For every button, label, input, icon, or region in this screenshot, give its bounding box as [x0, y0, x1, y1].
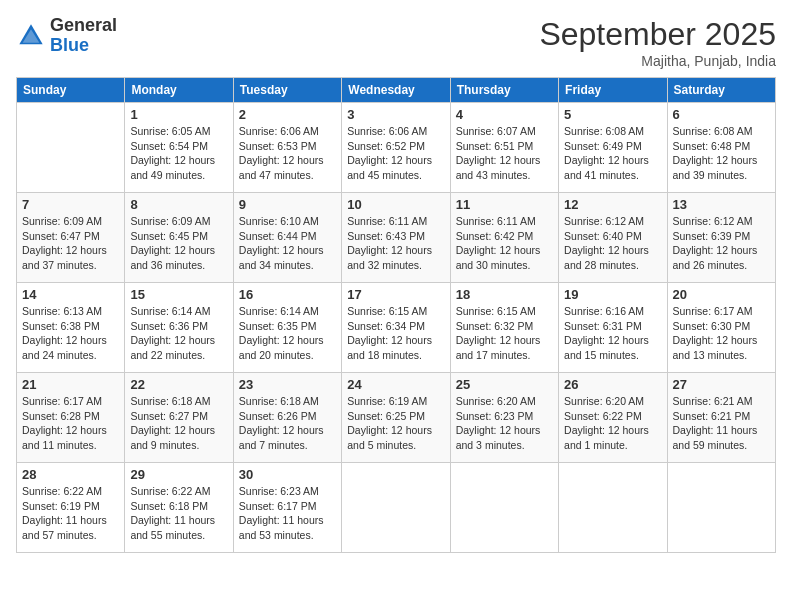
day-info: Sunrise: 6:19 AMSunset: 6:25 PMDaylight:… [347, 394, 444, 453]
day-info: Sunrise: 6:22 AMSunset: 6:18 PMDaylight:… [130, 484, 227, 543]
calendar-cell [667, 463, 775, 553]
day-info: Sunrise: 6:14 AMSunset: 6:35 PMDaylight:… [239, 304, 336, 363]
calendar-cell: 27Sunrise: 6:21 AMSunset: 6:21 PMDayligh… [667, 373, 775, 463]
column-header-tuesday: Tuesday [233, 78, 341, 103]
calendar-cell [17, 103, 125, 193]
day-number: 24 [347, 377, 444, 392]
location: Majitha, Punjab, India [539, 53, 776, 69]
day-info: Sunrise: 6:15 AMSunset: 6:34 PMDaylight:… [347, 304, 444, 363]
calendar-cell: 16Sunrise: 6:14 AMSunset: 6:35 PMDayligh… [233, 283, 341, 373]
calendar-cell [559, 463, 667, 553]
day-info: Sunrise: 6:18 AMSunset: 6:27 PMDaylight:… [130, 394, 227, 453]
page-header: General Blue September 2025 Majitha, Pun… [16, 16, 776, 69]
day-number: 7 [22, 197, 119, 212]
day-info: Sunrise: 6:17 AMSunset: 6:28 PMDaylight:… [22, 394, 119, 453]
logo-blue: Blue [50, 36, 117, 56]
calendar-cell: 21Sunrise: 6:17 AMSunset: 6:28 PMDayligh… [17, 373, 125, 463]
day-info: Sunrise: 6:14 AMSunset: 6:36 PMDaylight:… [130, 304, 227, 363]
calendar-cell [450, 463, 558, 553]
month-title: September 2025 [539, 16, 776, 53]
title-block: September 2025 Majitha, Punjab, India [539, 16, 776, 69]
calendar-cell: 11Sunrise: 6:11 AMSunset: 6:42 PMDayligh… [450, 193, 558, 283]
column-header-saturday: Saturday [667, 78, 775, 103]
column-header-monday: Monday [125, 78, 233, 103]
day-number: 22 [130, 377, 227, 392]
day-number: 1 [130, 107, 227, 122]
day-info: Sunrise: 6:16 AMSunset: 6:31 PMDaylight:… [564, 304, 661, 363]
calendar-week-row: 14Sunrise: 6:13 AMSunset: 6:38 PMDayligh… [17, 283, 776, 373]
column-header-friday: Friday [559, 78, 667, 103]
calendar-table: SundayMondayTuesdayWednesdayThursdayFrid… [16, 77, 776, 553]
day-number: 8 [130, 197, 227, 212]
day-info: Sunrise: 6:12 AMSunset: 6:40 PMDaylight:… [564, 214, 661, 273]
calendar-cell: 15Sunrise: 6:14 AMSunset: 6:36 PMDayligh… [125, 283, 233, 373]
day-number: 27 [673, 377, 770, 392]
day-number: 9 [239, 197, 336, 212]
logo-text: General Blue [50, 16, 117, 56]
day-number: 3 [347, 107, 444, 122]
calendar-cell: 30Sunrise: 6:23 AMSunset: 6:17 PMDayligh… [233, 463, 341, 553]
calendar-cell: 1Sunrise: 6:05 AMSunset: 6:54 PMDaylight… [125, 103, 233, 193]
day-number: 29 [130, 467, 227, 482]
day-number: 26 [564, 377, 661, 392]
day-number: 21 [22, 377, 119, 392]
day-number: 13 [673, 197, 770, 212]
calendar-cell: 23Sunrise: 6:18 AMSunset: 6:26 PMDayligh… [233, 373, 341, 463]
day-number: 15 [130, 287, 227, 302]
day-number: 10 [347, 197, 444, 212]
day-number: 16 [239, 287, 336, 302]
day-number: 25 [456, 377, 553, 392]
calendar-cell: 20Sunrise: 6:17 AMSunset: 6:30 PMDayligh… [667, 283, 775, 373]
calendar-cell: 22Sunrise: 6:18 AMSunset: 6:27 PMDayligh… [125, 373, 233, 463]
calendar-cell: 25Sunrise: 6:20 AMSunset: 6:23 PMDayligh… [450, 373, 558, 463]
column-header-thursday: Thursday [450, 78, 558, 103]
day-info: Sunrise: 6:12 AMSunset: 6:39 PMDaylight:… [673, 214, 770, 273]
column-header-wednesday: Wednesday [342, 78, 450, 103]
column-header-sunday: Sunday [17, 78, 125, 103]
calendar-cell: 10Sunrise: 6:11 AMSunset: 6:43 PMDayligh… [342, 193, 450, 283]
day-info: Sunrise: 6:09 AMSunset: 6:45 PMDaylight:… [130, 214, 227, 273]
calendar-cell: 4Sunrise: 6:07 AMSunset: 6:51 PMDaylight… [450, 103, 558, 193]
day-number: 23 [239, 377, 336, 392]
logo-icon [16, 21, 46, 51]
calendar-cell: 28Sunrise: 6:22 AMSunset: 6:19 PMDayligh… [17, 463, 125, 553]
day-info: Sunrise: 6:06 AMSunset: 6:53 PMDaylight:… [239, 124, 336, 183]
calendar-week-row: 21Sunrise: 6:17 AMSunset: 6:28 PMDayligh… [17, 373, 776, 463]
day-number: 2 [239, 107, 336, 122]
day-info: Sunrise: 6:11 AMSunset: 6:43 PMDaylight:… [347, 214, 444, 273]
day-info: Sunrise: 6:17 AMSunset: 6:30 PMDaylight:… [673, 304, 770, 363]
day-info: Sunrise: 6:18 AMSunset: 6:26 PMDaylight:… [239, 394, 336, 453]
day-info: Sunrise: 6:22 AMSunset: 6:19 PMDaylight:… [22, 484, 119, 543]
day-number: 14 [22, 287, 119, 302]
logo-general: General [50, 16, 117, 36]
day-number: 11 [456, 197, 553, 212]
day-info: Sunrise: 6:20 AMSunset: 6:23 PMDaylight:… [456, 394, 553, 453]
calendar-cell: 26Sunrise: 6:20 AMSunset: 6:22 PMDayligh… [559, 373, 667, 463]
day-info: Sunrise: 6:20 AMSunset: 6:22 PMDaylight:… [564, 394, 661, 453]
logo: General Blue [16, 16, 117, 56]
day-number: 19 [564, 287, 661, 302]
day-info: Sunrise: 6:21 AMSunset: 6:21 PMDaylight:… [673, 394, 770, 453]
calendar-cell: 17Sunrise: 6:15 AMSunset: 6:34 PMDayligh… [342, 283, 450, 373]
calendar-cell: 5Sunrise: 6:08 AMSunset: 6:49 PMDaylight… [559, 103, 667, 193]
day-number: 5 [564, 107, 661, 122]
day-number: 20 [673, 287, 770, 302]
day-info: Sunrise: 6:05 AMSunset: 6:54 PMDaylight:… [130, 124, 227, 183]
day-info: Sunrise: 6:08 AMSunset: 6:49 PMDaylight:… [564, 124, 661, 183]
calendar-cell: 8Sunrise: 6:09 AMSunset: 6:45 PMDaylight… [125, 193, 233, 283]
day-info: Sunrise: 6:06 AMSunset: 6:52 PMDaylight:… [347, 124, 444, 183]
day-number: 12 [564, 197, 661, 212]
calendar-cell: 18Sunrise: 6:15 AMSunset: 6:32 PMDayligh… [450, 283, 558, 373]
day-number: 17 [347, 287, 444, 302]
calendar-cell: 24Sunrise: 6:19 AMSunset: 6:25 PMDayligh… [342, 373, 450, 463]
day-info: Sunrise: 6:08 AMSunset: 6:48 PMDaylight:… [673, 124, 770, 183]
calendar-header-row: SundayMondayTuesdayWednesdayThursdayFrid… [17, 78, 776, 103]
calendar-cell: 6Sunrise: 6:08 AMSunset: 6:48 PMDaylight… [667, 103, 775, 193]
calendar-cell: 3Sunrise: 6:06 AMSunset: 6:52 PMDaylight… [342, 103, 450, 193]
calendar-cell: 19Sunrise: 6:16 AMSunset: 6:31 PMDayligh… [559, 283, 667, 373]
calendar-cell: 12Sunrise: 6:12 AMSunset: 6:40 PMDayligh… [559, 193, 667, 283]
calendar-week-row: 7Sunrise: 6:09 AMSunset: 6:47 PMDaylight… [17, 193, 776, 283]
day-number: 30 [239, 467, 336, 482]
calendar-cell: 13Sunrise: 6:12 AMSunset: 6:39 PMDayligh… [667, 193, 775, 283]
calendar-cell: 29Sunrise: 6:22 AMSunset: 6:18 PMDayligh… [125, 463, 233, 553]
